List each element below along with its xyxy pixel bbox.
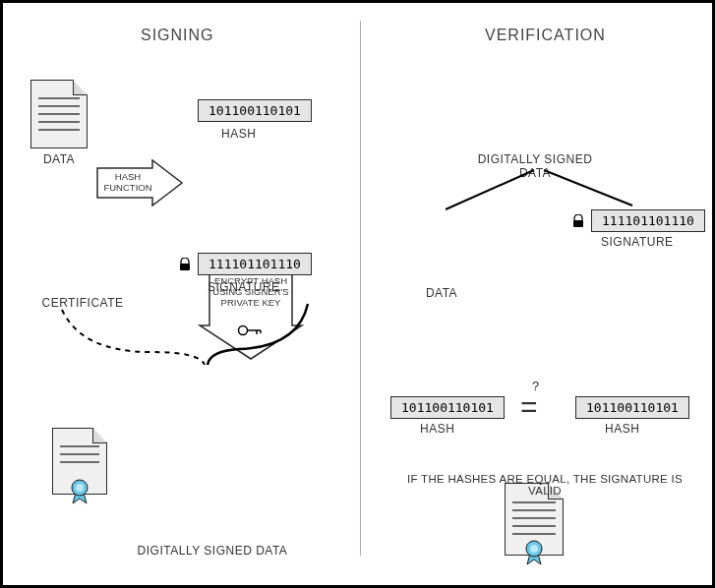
equals-sign: =	[520, 390, 534, 424]
verify-hash-left-label: HASH	[420, 422, 454, 436]
svg-rect-8	[573, 220, 583, 227]
verify-hash-right: 101100110101	[575, 396, 689, 419]
lock-icon	[178, 258, 192, 271]
verify-hash-left: 101100110101	[390, 396, 505, 419]
hash-function-arrow-icon: HASH FUNCTION	[95, 158, 184, 207]
diagram-frame: SIGNING DATA HASH FUNCTION 101100110101 …	[0, 0, 715, 588]
hash-label: HASH	[221, 127, 256, 141]
svg-rect-1	[180, 264, 190, 270]
verify-signature-row: 111101101110	[571, 209, 705, 232]
signature-label: SIGNATURE	[208, 280, 280, 294]
verify-hash-right-label: HASH	[605, 422, 639, 436]
verify-data-label: DATA	[414, 286, 469, 300]
data-label: DATA	[30, 152, 88, 166]
hash-function-label: HASH FUNCTION	[103, 172, 152, 194]
svg-point-3	[76, 484, 84, 492]
verification-title: VERIFICATION	[485, 27, 606, 44]
combine-arrows-icon	[32, 298, 337, 377]
verify-signature-label: SIGNATURE	[601, 235, 674, 249]
split-lines-icon	[426, 166, 652, 213]
verify-signature-value: 111101101110	[591, 209, 705, 232]
data-document-icon	[30, 80, 88, 148]
verification-footer: IF THE HASHES ARE EQUAL, THE SIGNATURE I…	[392, 473, 697, 497]
signature-value: 111101101110	[198, 253, 312, 275]
signing-title: SIGNING	[141, 27, 214, 44]
seal-icon	[520, 538, 548, 565]
lock-icon	[571, 214, 585, 228]
signature-row: 111101101110	[178, 253, 312, 275]
certificate-icon	[52, 428, 107, 495]
svg-point-7	[530, 545, 538, 553]
seal-icon	[66, 477, 93, 504]
vertical-divider	[360, 21, 361, 556]
signed-data-label: DIGITALLY SIGNED DATA	[129, 544, 296, 558]
hash-value: 101100110101	[198, 99, 312, 122]
